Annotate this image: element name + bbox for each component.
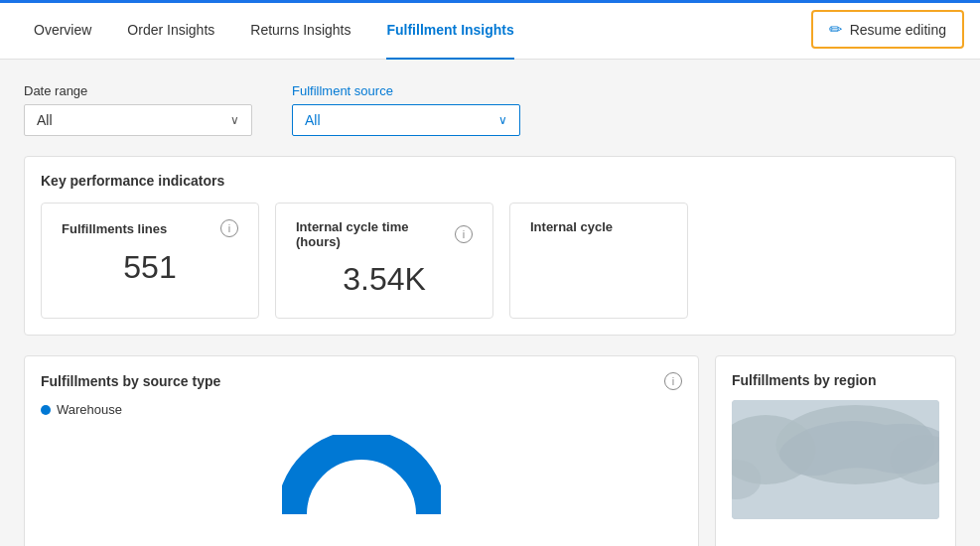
resume-editing-label: Resume editing [850, 22, 946, 38]
tab-fulfillment-insights[interactable]: Fulfillment Insights [368, 0, 531, 60]
bottom-panels-row: Fulfillments by source type i Warehouse [24, 355, 956, 546]
panel-region-title: Fulfillments by region [732, 372, 876, 388]
panel-source-type: Fulfillments by source type i Warehouse [24, 355, 699, 546]
chevron-down-icon: ∨ [498, 113, 507, 127]
kpi-card-internal-cycle-time: Internal cycle time (hours) i 3.54K [275, 203, 493, 319]
pencil-icon: ✏ [829, 20, 842, 39]
panel-region-header: Fulfillments by region [732, 372, 939, 388]
panel-source-type-header: Fulfillments by source type i [41, 372, 682, 390]
chevron-down-icon: ∨ [230, 113, 239, 127]
kpi-section-title: Key performance indicators [41, 173, 939, 189]
kpi-card-internal-cycle-partial: Internal cycle [509, 203, 688, 319]
legend-warehouse: Warehouse [41, 402, 682, 417]
panel-region: Fulfillments by region [715, 355, 956, 546]
fulfillment-source-label: Fulfillment source [292, 83, 520, 98]
date-range-select[interactable]: All ∨ [24, 104, 252, 136]
donut-chart-svg [282, 435, 441, 524]
tab-returns-insights[interactable]: Returns Insights [232, 0, 368, 60]
kpi-cards-row: Fulfillments lines i 551 Internal cycle … [41, 203, 939, 319]
filters-row: Date range All ∨ Fulfillment source All … [24, 83, 956, 136]
info-icon-fulfillment-lines[interactable]: i [220, 219, 238, 237]
kpi-internal-cycle-time-title: Internal cycle time (hours) [296, 219, 455, 249]
legend-dot-warehouse [41, 405, 51, 415]
kpi-card-fulfillment-lines: Fulfillments lines i 551 [41, 203, 259, 319]
fulfillment-source-value: All [305, 112, 490, 128]
date-range-label: Date range [24, 83, 252, 98]
panel-source-type-title: Fulfillments by source type [41, 373, 220, 389]
info-icon-source-type[interactable]: i [664, 372, 682, 390]
resume-editing-button[interactable]: ✏ Resume editing [811, 10, 964, 49]
map-visualization [732, 400, 939, 519]
legend-label-warehouse: Warehouse [57, 402, 122, 417]
kpi-card-header: Fulfillments lines i [62, 219, 238, 237]
kpi-internal-cycle-time-value: 3.54K [296, 257, 473, 302]
date-range-value: All [37, 112, 222, 128]
kpi-card-header-3: Internal cycle [530, 219, 667, 234]
map-svg [732, 400, 939, 519]
kpi-section: Key performance indicators Fulfillments … [24, 156, 956, 336]
kpi-fulfillment-lines-title: Fulfillments lines [62, 221, 167, 236]
tab-overview[interactable]: Overview [16, 0, 109, 60]
fulfillment-source-filter: Fulfillment source All ∨ [292, 83, 520, 136]
fulfillment-source-select[interactable]: All ∨ [292, 104, 520, 136]
kpi-card-header-2: Internal cycle time (hours) i [296, 219, 473, 249]
chart-area-donut [41, 425, 682, 524]
kpi-fulfillment-lines-value: 551 [62, 245, 238, 290]
tab-order-insights[interactable]: Order Insights [109, 0, 232, 60]
top-navigation: Overview Order Insights Returns Insights… [0, 0, 980, 60]
date-range-filter: Date range All ∨ [24, 83, 252, 136]
info-icon-internal-cycle-time[interactable]: i [455, 225, 473, 243]
main-content: Date range All ∨ Fulfillment source All … [0, 60, 980, 546]
kpi-internal-cycle-partial-title: Internal cycle [530, 219, 613, 234]
